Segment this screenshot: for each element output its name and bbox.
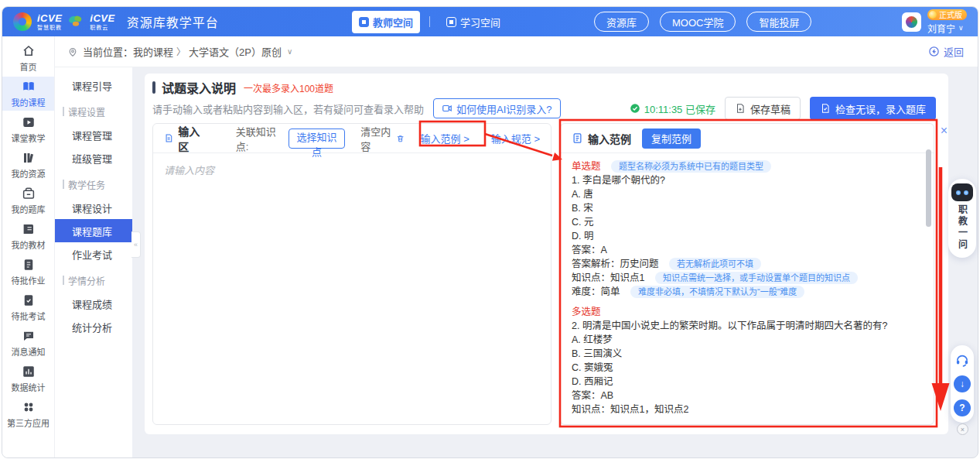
assistant-widget[interactable]: 职教一问 [948, 179, 976, 258]
third-party-icon [22, 400, 36, 414]
breadcrumb-chevron-icon[interactable]: ∨ [287, 47, 292, 56]
hint-badge: 难度非必填，不填情况下默认为“一般”难度 [630, 286, 804, 298]
app-window: iCVE 智慧职教 iCVE 职教云 资源库教学平台 教师空间 [2, 6, 978, 458]
sidebar-item-label: 待批考试 [12, 310, 46, 322]
sidebar-item[interactable]: 我的课程 [2, 77, 54, 111]
course-nav-item[interactable]: 课程引导 [55, 74, 132, 97]
help-button[interactable]: ? [954, 399, 971, 416]
user-avatar[interactable] [902, 12, 921, 32]
chevron-down-icon: ∨ [958, 24, 964, 32]
save-draft-button[interactable]: 保存草稿 [725, 97, 801, 120]
example-line-text: 难度：简单 [572, 286, 620, 297]
breadcrumb-bar: 当前位置： 我的课程 〉 大学语文（2P）原创 ∨ 返回 [55, 36, 978, 67]
floating-toolbar: ↓ ? [951, 345, 974, 423]
robot-icon [951, 183, 973, 201]
breadcrumb-prefix: 当前位置： [83, 44, 133, 59]
example-line: 知识点：知识点1，知识点2 [572, 403, 923, 416]
course-nav-item[interactable]: 课程管理 [55, 123, 132, 146]
collapse-sidebar-handle[interactable]: « [131, 231, 141, 258]
example-line-text: 答案解析：历史问题 [572, 259, 659, 269]
sidebar-item[interactable]: 课堂教学 [2, 112, 54, 146]
autosave-status: 10:11:35 已保存 [630, 101, 715, 116]
customer-service-button[interactable] [954, 351, 971, 368]
course-nav-item[interactable]: 作业考试 [55, 242, 132, 266]
course-nav-item: 课程设置 [55, 100, 132, 123]
sidebar-item[interactable]: 我的题库 [2, 183, 54, 218]
submit-to-bank-button[interactable]: 检查无误，录入题库 [810, 97, 936, 120]
ai-help-button[interactable]: 如何使用AI识别录入? [433, 98, 561, 118]
example-line: 单选题 题型名称必须为系统中已有的题目类型 [572, 159, 923, 173]
content-input[interactable] [153, 153, 551, 424]
example-line: 难度：简单 难度非必填，不填情况下默认为“一般”难度 [572, 285, 923, 299]
example-line-text: 答案：A [572, 245, 607, 255]
icve-zhihuizhijiao-logo-icon [13, 12, 32, 31]
header-space-tab[interactable]: 学习空间 [439, 11, 507, 33]
home-icon [22, 44, 36, 58]
sidebar-item[interactable]: 数据统计 [2, 361, 54, 396]
course-nav-item[interactable]: 课程成绩 [55, 292, 132, 315]
sidebar-item-label: 课堂教学 [12, 132, 46, 144]
pending-homework-icon [22, 258, 36, 272]
panel-scrollbar-thumb[interactable] [926, 149, 931, 227]
breadcrumb-current: 大学语文（2P）原创 [189, 44, 282, 59]
sidebar-item[interactable]: 我的资源 [2, 148, 54, 182]
example-line: A. 唐 [572, 187, 923, 201]
course-nav-label: 课程设置 [68, 105, 105, 118]
sidebar-item[interactable]: 我的教材 [2, 219, 54, 253]
user-meta: 正式版 刘育宁 ∨ [927, 9, 967, 35]
copy-example-button[interactable]: 复制范例 [642, 128, 701, 149]
sidebar-item[interactable]: 待批作业 [2, 255, 54, 289]
course-nav-label: 教学任务 [68, 178, 105, 191]
download-button[interactable]: ↓ [954, 375, 971, 392]
header-nav-button[interactable]: 资源库 [594, 12, 649, 32]
header-nav-buttons: 资源库 MOOC学院 智能投屏 [594, 7, 811, 36]
autosave-status-text: 10:11:35 已保存 [644, 101, 715, 116]
document-plus-icon [735, 103, 746, 114]
close-panel-icon[interactable]: × [941, 125, 948, 137]
sidebar-item[interactable]: 消息通知 [2, 326, 54, 360]
sidebar-item-label: 我的题库 [12, 203, 46, 215]
user-menu[interactable]: 刘育宁 ∨ [927, 22, 964, 35]
version-badge-label: 正式版 [939, 9, 962, 20]
section-bar [63, 107, 64, 116]
space-tab-icon [359, 17, 369, 27]
header-space-tab[interactable]: 教师空间 [352, 11, 420, 33]
input-standard-link[interactable]: 输入规范 > [491, 131, 540, 146]
document-check-icon [820, 103, 831, 114]
course-nav-label: 课程管理 [72, 128, 112, 142]
course-nav-item[interactable]: 班级管理 [55, 146, 132, 170]
course-nav-item[interactable]: 课程设计 [55, 196, 132, 219]
example-line: 答案：AB [572, 389, 923, 403]
course-nav-label: 课程题库 [72, 224, 112, 238]
example-line: 1. 李白是哪个朝代的? [572, 173, 923, 187]
sidebar-item[interactable]: 首页 [2, 41, 54, 75]
course-nav-item[interactable]: 课程题库 [55, 219, 132, 242]
example-line: 2. 明清是中国小说史上的繁荣时期。以下作品属于明清时期四大名著的有? [572, 319, 923, 333]
breadcrumb-section[interactable]: 我的课程 [133, 44, 173, 59]
select-knowledge-button[interactable]: 选择知识点 [289, 128, 345, 149]
main-area: 试题录入说明 一次最多录入100道题 请手动输入或者粘贴内容到输入区，若有疑问可… [132, 67, 978, 457]
logo1-subtitle: 智慧职教 [37, 25, 62, 30]
example-line-text: 单选题 [572, 161, 601, 172]
knowledge-point-label: 关联知识点: [236, 124, 279, 153]
icve2-logo-text: iCVE 职教云 [90, 13, 114, 30]
input-example-link[interactable]: 输入范例 > [421, 131, 470, 146]
back-button[interactable]: 返回 [928, 44, 964, 59]
sidebar-item[interactable]: 第三方应用 [2, 397, 54, 431]
sidebar-item[interactable]: 待批考试 [2, 290, 54, 324]
video-camera-icon [442, 103, 452, 114]
app-header: iCVE 智慧职教 iCVE 职教云 资源库教学平台 教师空间 [2, 7, 978, 36]
user-name: 刘育宁 [927, 22, 955, 35]
collapse-toolbar-icon[interactable]: × [957, 423, 968, 435]
question-mark-icon: ? [959, 403, 965, 413]
title-accent-bar [152, 81, 155, 94]
example-line: C. 元 [572, 215, 923, 229]
clear-content-button[interactable]: 清空内容 [360, 124, 405, 153]
example-line-text: D. 西厢记 [572, 376, 613, 387]
course-nav-sidebar: 课程引导 课程设置 课程管理 [55, 67, 132, 457]
course-nav-item[interactable]: 统计分析 [55, 315, 132, 338]
sidebar-item-label: 数据统计 [12, 381, 46, 393]
header-nav-button[interactable]: 智能投屏 [746, 12, 811, 32]
header-nav-button[interactable]: MOOC学院 [660, 12, 736, 32]
icve-logo-text: iCVE 智慧职教 [37, 13, 62, 30]
